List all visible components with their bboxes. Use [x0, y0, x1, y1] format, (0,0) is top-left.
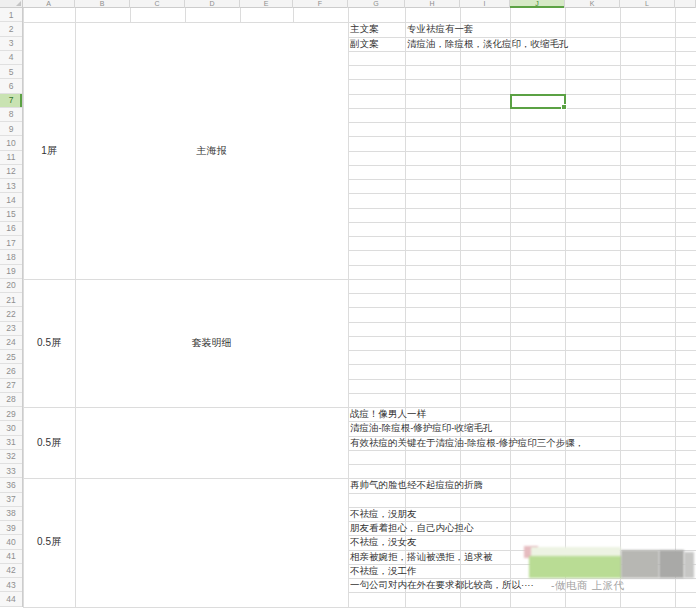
merged-cell-B2:F19[interactable]: 主海报 — [75, 22, 348, 279]
cell-H2[interactable]: 专业祛痘有一套 — [407, 22, 474, 37]
row-header-10[interactable]: 10 — [0, 136, 22, 150]
gridline — [348, 250, 696, 251]
row-headers: 1234567891011121314151617181920212223242… — [0, 8, 23, 607]
row-header-26[interactable]: 26 — [0, 364, 22, 378]
row-header-5[interactable]: 5 — [0, 65, 22, 79]
watermark: -做电商 上派代 — [551, 578, 624, 593]
row-header-13[interactable]: 13 — [0, 179, 22, 193]
cell-G36[interactable]: 再帅气的脸也经不起痘痘的折腾 — [350, 478, 483, 493]
row-header-8[interactable]: 8 — [0, 108, 22, 122]
row-header-16[interactable]: 16 — [0, 222, 22, 236]
cell-G29[interactable]: 战痘！像男人一样 — [350, 407, 426, 422]
cell-G42[interactable]: 不祛痘，没工作 — [350, 564, 417, 579]
row-header-42[interactable]: 42 — [0, 564, 22, 578]
cell-G40[interactable]: 不祛痘，没女友 — [350, 535, 417, 550]
row-header-29[interactable]: 29 — [0, 407, 22, 421]
gridline — [293, 8, 294, 23]
row-header-37[interactable]: 37 — [0, 493, 22, 507]
row-header-23[interactable]: 23 — [0, 322, 22, 336]
row-header-21[interactable]: 21 — [0, 293, 22, 307]
gridline — [348, 464, 696, 465]
column-header-C[interactable]: C — [130, 0, 185, 8]
row-header-22[interactable]: 22 — [0, 307, 22, 321]
gridline — [348, 307, 696, 308]
cell-G39[interactable]: 朋友看着担心，自己内心担心 — [350, 521, 474, 536]
column-header-H[interactable]: H — [405, 0, 460, 8]
row-header-31[interactable]: 31 — [0, 436, 22, 450]
column-header-partial[interactable] — [675, 0, 696, 8]
row-header-15[interactable]: 15 — [0, 208, 22, 222]
row-header-20[interactable]: 20 — [0, 279, 22, 293]
gridline — [348, 22, 696, 23]
row-header-32[interactable]: 32 — [0, 450, 22, 464]
cell-G43[interactable]: 一句公司对内在外在要求都比较高，所以···· — [350, 578, 534, 593]
cell-G38[interactable]: 不祛痘，没朋友 — [350, 507, 417, 522]
column-header-B[interactable]: B — [75, 0, 130, 8]
gridline — [348, 122, 696, 123]
column-header-A[interactable]: A — [23, 0, 75, 8]
merged-cell-B29:F33[interactable] — [75, 407, 348, 478]
row-header-25[interactable]: 25 — [0, 350, 22, 364]
gridline — [348, 165, 696, 166]
gridline — [348, 136, 696, 137]
row-header-14[interactable]: 14 — [0, 193, 22, 207]
row-header-18[interactable]: 18 — [0, 250, 22, 264]
merged-cell-A36:A44[interactable]: 0.5屏 — [23, 478, 75, 606]
gridline — [348, 193, 696, 194]
gridline — [348, 65, 696, 66]
row-header-4[interactable]: 4 — [0, 51, 22, 65]
row-header-2[interactable]: 2 — [0, 22, 22, 36]
merged-cell-A2:A19[interactable]: 1屏 — [23, 22, 75, 279]
row-header-24[interactable]: 24 — [0, 336, 22, 350]
row-header-33[interactable]: 33 — [0, 464, 22, 478]
column-header-L[interactable]: L — [620, 0, 675, 8]
column-header-E[interactable]: E — [240, 0, 293, 8]
gridline — [240, 8, 241, 23]
row-header-3[interactable]: 3 — [0, 37, 22, 51]
gridline — [185, 8, 186, 23]
row-header-43[interactable]: 43 — [0, 578, 22, 592]
row-header-19[interactable]: 19 — [0, 265, 22, 279]
row-header-39[interactable]: 39 — [0, 521, 22, 535]
cell-G31[interactable]: 有效祛痘的关键在于清痘油-除痘根-修护痘印三个步骤， — [350, 436, 584, 451]
gridline — [348, 379, 696, 380]
column-header-D[interactable]: D — [185, 0, 240, 8]
column-header-J[interactable]: J — [510, 0, 565, 8]
gridline — [348, 322, 696, 323]
merged-cell-B36:F44[interactable] — [75, 478, 348, 606]
row-header-41[interactable]: 41 — [0, 550, 22, 564]
row-header-11[interactable]: 11 — [0, 151, 22, 165]
cell-G30[interactable]: 清痘油-除痘根-修护痘印-收缩毛孔 — [350, 421, 493, 436]
row-header-44[interactable]: 44 — [0, 592, 22, 606]
row-header-6[interactable]: 6 — [0, 79, 22, 93]
row-header-28[interactable]: 28 — [0, 393, 22, 407]
row-header-1[interactable]: 1 — [0, 8, 22, 22]
column-header-I[interactable]: I — [460, 0, 510, 8]
row-header-40[interactable]: 40 — [0, 535, 22, 549]
cell-G3[interactable]: 副文案 — [350, 37, 379, 52]
row-header-17[interactable]: 17 — [0, 236, 22, 250]
row-header-36[interactable]: 36 — [0, 478, 22, 492]
cell-G41[interactable]: 相亲被婉拒，搭讪被强拒，追求被 — [350, 550, 493, 565]
row-header-12[interactable]: 12 — [0, 165, 22, 179]
row-header-30[interactable]: 30 — [0, 421, 22, 435]
gridline — [348, 236, 696, 237]
gridline — [348, 179, 696, 180]
active-cell-selection[interactable] — [510, 94, 566, 109]
select-all-corner[interactable] — [0, 0, 23, 8]
column-header-K[interactable]: K — [565, 0, 620, 8]
column-header-F[interactable]: F — [293, 0, 348, 8]
gridline — [348, 336, 696, 337]
column-header-G[interactable]: G — [348, 0, 405, 8]
gridline — [348, 151, 696, 152]
row-header-7[interactable]: 7 — [0, 94, 22, 108]
cell-G2[interactable]: 主文案 — [350, 22, 379, 37]
row-header-27[interactable]: 27 — [0, 379, 22, 393]
cell-H3[interactable]: 清痘油，除痘根，淡化痘印，收缩毛孔 — [407, 37, 569, 52]
row-header-9[interactable]: 9 — [0, 122, 22, 136]
row-header-38[interactable]: 38 — [0, 507, 22, 521]
merged-cell-B20:F28[interactable]: 套装明细 — [75, 279, 348, 407]
merged-cell-A29:A33[interactable]: 0.5屏 — [23, 407, 75, 478]
merged-cell-A20:A28[interactable]: 0.5屏 — [23, 279, 75, 407]
gridline — [348, 208, 696, 209]
